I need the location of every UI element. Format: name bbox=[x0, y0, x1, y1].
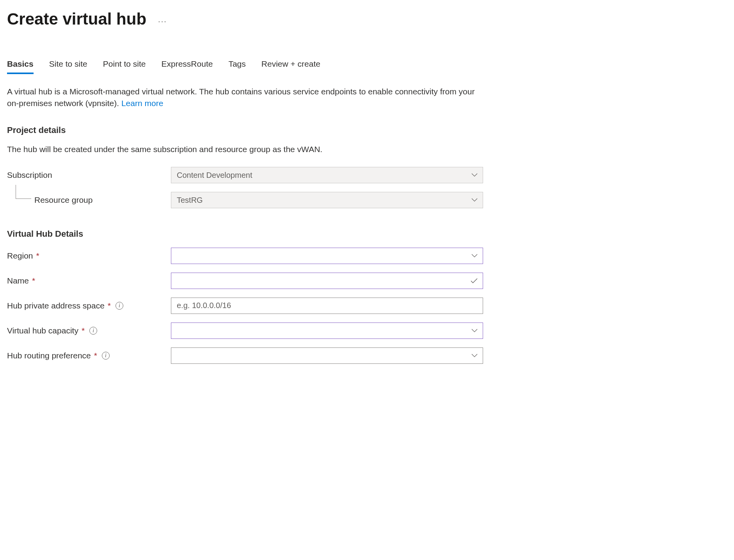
more-actions-button[interactable]: ··· bbox=[158, 12, 167, 27]
title-row: Create virtual hub ··· bbox=[7, 8, 727, 31]
capacity-select[interactable] bbox=[171, 323, 483, 339]
address-space-label: Hub private address space * i bbox=[7, 300, 171, 311]
tab-expressroute[interactable]: ExpressRoute bbox=[162, 58, 213, 74]
learn-more-link[interactable]: Learn more bbox=[121, 99, 163, 108]
required-asterisk: * bbox=[32, 275, 35, 286]
address-space-row: Hub private address space * i bbox=[7, 297, 727, 314]
required-asterisk: * bbox=[108, 300, 111, 311]
required-asterisk: * bbox=[94, 350, 97, 361]
tab-point-to-site[interactable]: Point to site bbox=[103, 58, 146, 74]
required-asterisk: * bbox=[36, 250, 39, 261]
address-space-label-text: Hub private address space bbox=[7, 300, 105, 311]
tab-review-create[interactable]: Review + create bbox=[261, 58, 320, 74]
name-label: Name * bbox=[7, 275, 171, 286]
region-label-text: Region bbox=[7, 250, 33, 261]
capacity-label-text: Virtual hub capacity bbox=[7, 325, 78, 336]
address-space-input[interactable] bbox=[171, 298, 483, 314]
resource-group-select[interactable] bbox=[171, 192, 483, 208]
subscription-select[interactable] bbox=[171, 167, 483, 183]
resource-group-row: Resource group bbox=[7, 191, 727, 209]
info-icon[interactable]: i bbox=[116, 302, 123, 310]
description-text: A virtual hub is a Microsoft-managed vir… bbox=[7, 87, 475, 107]
project-details-subtext: The hub will be created under the same s… bbox=[7, 144, 727, 155]
tree-connector-icon bbox=[16, 185, 31, 199]
name-row: Name * bbox=[7, 272, 727, 289]
tab-site-to-site[interactable]: Site to site bbox=[49, 58, 87, 74]
subscription-row: Subscription bbox=[7, 167, 727, 184]
region-label: Region * bbox=[7, 250, 171, 261]
subscription-label: Subscription bbox=[7, 169, 171, 181]
routing-preference-select[interactable] bbox=[171, 347, 483, 364]
routing-preference-row: Hub routing preference * i bbox=[7, 347, 727, 364]
tab-description: A virtual hub is a Microsoft-managed vir… bbox=[7, 86, 475, 109]
region-select[interactable] bbox=[171, 248, 483, 264]
required-asterisk: * bbox=[82, 325, 85, 336]
info-icon[interactable]: i bbox=[89, 327, 97, 335]
project-details-heading: Project details bbox=[7, 124, 727, 136]
virtual-hub-details-heading: Virtual Hub Details bbox=[7, 228, 727, 240]
tab-basics[interactable]: Basics bbox=[7, 58, 34, 74]
capacity-row: Virtual hub capacity * i bbox=[7, 322, 727, 339]
name-label-text: Name bbox=[7, 275, 29, 286]
capacity-label: Virtual hub capacity * i bbox=[7, 325, 171, 336]
tab-strip: Basics Site to site Point to site Expres… bbox=[7, 58, 727, 74]
page-title: Create virtual hub bbox=[7, 8, 146, 31]
info-icon[interactable]: i bbox=[102, 352, 110, 360]
subscription-label-text: Subscription bbox=[7, 169, 52, 181]
create-virtual-hub-page: Create virtual hub ··· Basics Site to si… bbox=[0, 0, 734, 388]
resource-group-label: Resource group bbox=[7, 194, 171, 206]
tab-tags[interactable]: Tags bbox=[228, 58, 245, 74]
region-row: Region * bbox=[7, 247, 727, 264]
resource-group-label-text: Resource group bbox=[34, 194, 92, 206]
name-input[interactable] bbox=[171, 273, 483, 289]
routing-preference-label: Hub routing preference * i bbox=[7, 350, 171, 361]
routing-preference-label-text: Hub routing preference bbox=[7, 350, 91, 361]
